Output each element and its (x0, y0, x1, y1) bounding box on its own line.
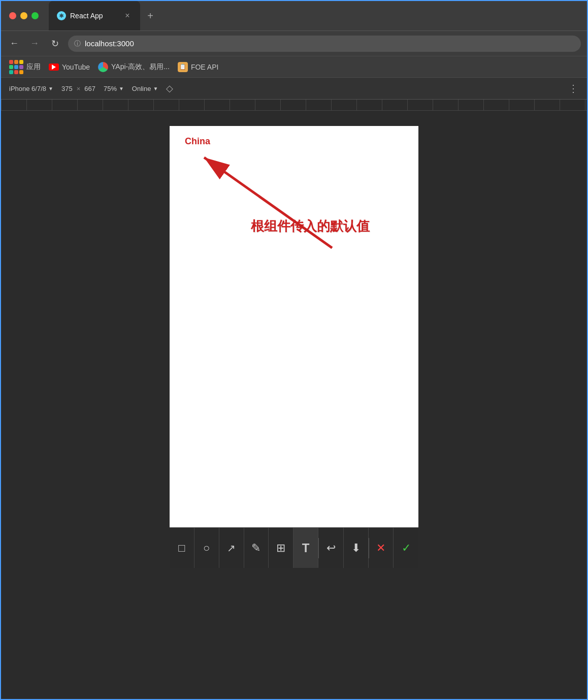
active-tab[interactable]: ⚛ React App × (49, 1, 140, 30)
device-name: iPhone 6/7/8 (9, 85, 46, 92)
yapi-label: YApi-高效、易用... (111, 62, 170, 72)
annotation-arrow-svg (170, 126, 418, 553)
network-chevron-icon: ▼ (153, 86, 158, 91)
info-icon: ⓘ (74, 39, 81, 48)
youtube-icon (49, 63, 59, 71)
grid-icon: ⊞ (276, 542, 285, 555)
device-toolbar: iPhone 6/7/8 ▼ 375 × 667 75% ▼ Online ▼ … (1, 77, 587, 100)
viewport-width[interactable]: 375 (61, 85, 73, 92)
bookmark-apps[interactable]: 应用 (9, 60, 41, 74)
yapi-icon (98, 62, 108, 72)
rectangle-icon: □ (178, 542, 185, 555)
apps-grid-icon (9, 60, 23, 74)
traffic-light-green[interactable] (31, 12, 39, 19)
text-icon: T (302, 541, 310, 555)
title-bar: ⚛ React App × + (1, 1, 587, 30)
cancel-button[interactable]: ✕ (369, 528, 394, 568)
address-bar: ← → ↻ ⓘ localhost:3000 (1, 30, 587, 56)
react-icon: ⚛ (57, 11, 66, 20)
download-button[interactable]: ⬇ (344, 528, 369, 568)
back-button[interactable]: ← (7, 37, 21, 51)
traffic-lights (9, 12, 39, 19)
network-selector[interactable]: Online ▼ (132, 85, 158, 92)
dimension-display: 375 × 667 (61, 85, 95, 92)
cancel-icon: ✕ (376, 542, 385, 555)
zoom-level: 75% (104, 85, 117, 92)
url-bar[interactable]: ⓘ localhost:3000 (68, 36, 581, 52)
annotation-text: 根组件传入的默认值 (251, 217, 370, 235)
viewport-height[interactable]: 667 (84, 85, 95, 92)
apps-label: 应用 (26, 62, 41, 72)
arrow-tool-button[interactable]: ↗ (219, 528, 244, 568)
forward-button[interactable]: → (27, 37, 42, 51)
circle-icon: ○ (203, 542, 210, 555)
device-chevron-icon: ▼ (48, 86, 53, 91)
foe-label: FOE API (191, 63, 218, 71)
tab-label: React App (70, 12, 103, 20)
arrow-icon: ↗ (227, 542, 236, 554)
pen-icon: ✎ (251, 542, 260, 555)
new-tab-button[interactable]: + (142, 8, 158, 24)
bookmark-youtube[interactable]: YouTube (49, 63, 90, 71)
traffic-light-red[interactable] (9, 12, 16, 19)
download-icon: ⬇ (351, 542, 361, 555)
rectangle-tool-button[interactable]: □ (170, 528, 194, 568)
pen-tool-button[interactable]: ✎ (244, 528, 269, 568)
traffic-light-yellow[interactable] (20, 12, 27, 19)
undo-button[interactable]: ↩ (319, 528, 344, 568)
zoom-chevron-icon: ▼ (119, 86, 124, 91)
tab-bar: ⚛ React App × + (49, 1, 579, 30)
grid-tool-button[interactable]: ⊞ (269, 528, 293, 568)
device-selector[interactable]: iPhone 6/7/8 ▼ (9, 85, 53, 92)
bookmark-foe[interactable]: 📋 FOE API (178, 62, 218, 72)
undo-icon: ↩ (326, 542, 336, 555)
main-content-area: China 根组件传入的默认值 □ ○ ↗ ✎ (1, 111, 587, 568)
tab-close-button[interactable]: × (123, 11, 132, 20)
zoom-selector[interactable]: 75% ▼ (104, 85, 124, 92)
refresh-button[interactable]: ↻ (48, 37, 62, 51)
ruler-area (1, 100, 587, 111)
text-tool-button[interactable]: T (293, 528, 318, 568)
url-text: localhost:3000 (85, 39, 134, 48)
dimension-cross: × (77, 85, 81, 92)
network-status: Online (132, 85, 151, 92)
phone-content: China 根组件传入的默认值 (170, 126, 418, 553)
phone-viewport: China 根组件传入的默认值 (170, 126, 418, 553)
rotate-icon[interactable]: ◇ (166, 83, 173, 94)
bottom-drawing-toolbar: □ ○ ↗ ✎ ⊞ T ↩ ⬇ ✕ ✓ (170, 527, 418, 568)
bookmark-yapi[interactable]: YApi-高效、易用... (98, 62, 170, 72)
circle-tool-button[interactable]: ○ (194, 528, 219, 568)
confirm-icon: ✓ (402, 542, 411, 555)
china-label: China (185, 136, 210, 147)
more-options-button[interactable]: ⋮ (568, 82, 579, 94)
confirm-button[interactable]: ✓ (394, 528, 418, 568)
bookmarks-bar: 应用 YouTube YApi-高效、易用... 📋 FOE API (1, 56, 587, 77)
foe-icon: 📋 (178, 62, 188, 72)
youtube-label: YouTube (62, 63, 90, 71)
